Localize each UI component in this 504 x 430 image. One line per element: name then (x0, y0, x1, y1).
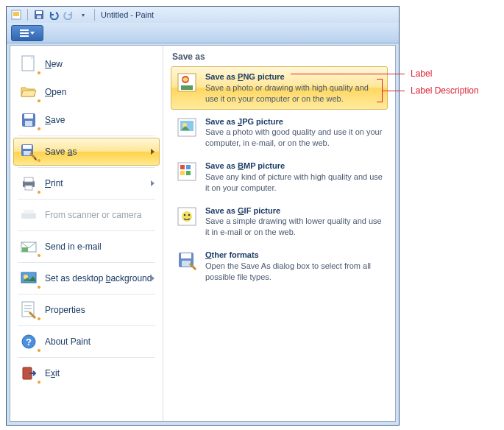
save-as-other[interactable]: Other formats Open the Save As dialog bo… (171, 244, 388, 288)
svg-rect-15 (21, 213, 36, 219)
svg-point-42 (188, 214, 190, 215)
paint-app-icon (10, 8, 23, 21)
annotation-bracket (377, 79, 383, 102)
save-as-jpg[interactable]: Save as JPG picture Save a photo with go… (171, 111, 388, 155)
item-description: Save a simple drawing with lower quality… (205, 216, 383, 238)
chevron-down-icon (30, 32, 35, 35)
menu-save[interactable]: Save (13, 106, 160, 134)
svg-rect-10 (23, 145, 32, 149)
item-description: Save a photo with good quality and use i… (205, 127, 383, 149)
png-format-icon (176, 71, 199, 95)
save-as-submenu: Save as Save as PNG picture Save a photo… (163, 46, 395, 421)
svg-rect-3 (36, 11, 42, 14)
svg-rect-14 (25, 186, 32, 190)
item-description: Save any kind of picture with high quali… (205, 172, 383, 194)
menu-properties[interactable]: Properties (13, 296, 160, 324)
open-folder-icon (20, 83, 38, 101)
svg-rect-44 (181, 253, 191, 258)
redo-icon[interactable] (62, 8, 75, 21)
app-window: ▾ Untitled - Paint New Open Save (6, 6, 400, 426)
file-menu-left: New Open Save Save as (10, 46, 163, 421)
annotation-line-label (291, 74, 405, 74)
svg-rect-16 (24, 210, 34, 214)
annotation-line-desc (383, 91, 405, 91)
file-menu-button[interactable] (11, 25, 43, 41)
properties-icon (20, 301, 38, 319)
window-title: Untitled - Paint (101, 10, 154, 19)
save-as-gif[interactable]: Save as GIF picture Save a simple drawin… (171, 200, 388, 244)
item-description: Save a photo or drawing with high qualit… (205, 82, 383, 105)
help-icon: ? (20, 333, 38, 350)
item-label: Save as JPG picture (205, 116, 383, 127)
svg-rect-45 (182, 261, 191, 267)
annotation-label: Label (411, 68, 432, 79)
submenu-title: Save as (171, 52, 388, 62)
menu-open[interactable]: Open (13, 78, 160, 106)
ribbon-bar (7, 23, 399, 43)
svg-point-41 (184, 214, 185, 215)
svg-rect-11 (24, 151, 31, 155)
menu-desktop-bg[interactable]: Set as desktop background (13, 264, 160, 292)
svg-rect-4 (37, 15, 41, 18)
menu-new[interactable]: New (13, 50, 160, 78)
submenu-arrow-icon (151, 149, 155, 155)
item-label: Other formats (205, 250, 383, 261)
item-label: Save as BMP picture (205, 161, 383, 172)
save-as-png[interactable]: Save as PNG picture Save a photo or draw… (171, 66, 388, 110)
svg-rect-37 (180, 171, 185, 175)
printer-icon (20, 175, 38, 192)
bmp-format-icon (176, 161, 199, 184)
svg-rect-38 (186, 171, 191, 175)
exit-icon (20, 364, 38, 382)
other-formats-icon (176, 250, 199, 273)
svg-text:?: ? (26, 336, 32, 348)
svg-rect-36 (186, 165, 191, 169)
qat-customize-icon[interactable]: ▾ (77, 8, 90, 21)
undo-icon[interactable] (47, 8, 60, 21)
menu-exit[interactable]: Exit (13, 359, 160, 387)
submenu-arrow-icon (151, 180, 155, 186)
save-disk-icon (20, 111, 38, 129)
item-label: Save as GIF picture (205, 205, 383, 216)
save-as-bmp[interactable]: Save as BMP picture Save any kind of pic… (171, 155, 388, 199)
jpg-format-icon (176, 116, 199, 140)
svg-rect-35 (180, 165, 185, 169)
titlebar: ▾ Untitled - Paint (7, 7, 399, 23)
new-file-icon (20, 55, 38, 73)
gif-format-icon (176, 205, 199, 229)
menu-scanner: From scanner or camera (13, 201, 160, 229)
menu-send-email[interactable]: Send in e-mail (13, 233, 160, 261)
scanner-icon (20, 206, 38, 224)
save-as-icon (20, 143, 38, 161)
svg-rect-1 (13, 12, 19, 16)
item-description: Open the Save As dialog box to select fr… (205, 261, 383, 283)
submenu-arrow-icon (151, 275, 155, 281)
svg-rect-7 (24, 114, 33, 119)
file-menu-panel: New Open Save Save as (10, 45, 396, 422)
svg-rect-30 (181, 85, 193, 90)
svg-rect-13 (24, 177, 33, 182)
email-icon (20, 238, 38, 255)
menu-about[interactable]: ? About Paint (13, 328, 160, 356)
annotation-description: Label Description (411, 85, 479, 96)
save-icon[interactable] (32, 8, 46, 21)
menu-print[interactable]: Print (13, 169, 160, 197)
svg-rect-18 (22, 247, 28, 252)
menu-save-as[interactable]: Save as (13, 138, 160, 166)
desktop-bg-icon (20, 269, 38, 287)
svg-rect-8 (25, 121, 32, 126)
